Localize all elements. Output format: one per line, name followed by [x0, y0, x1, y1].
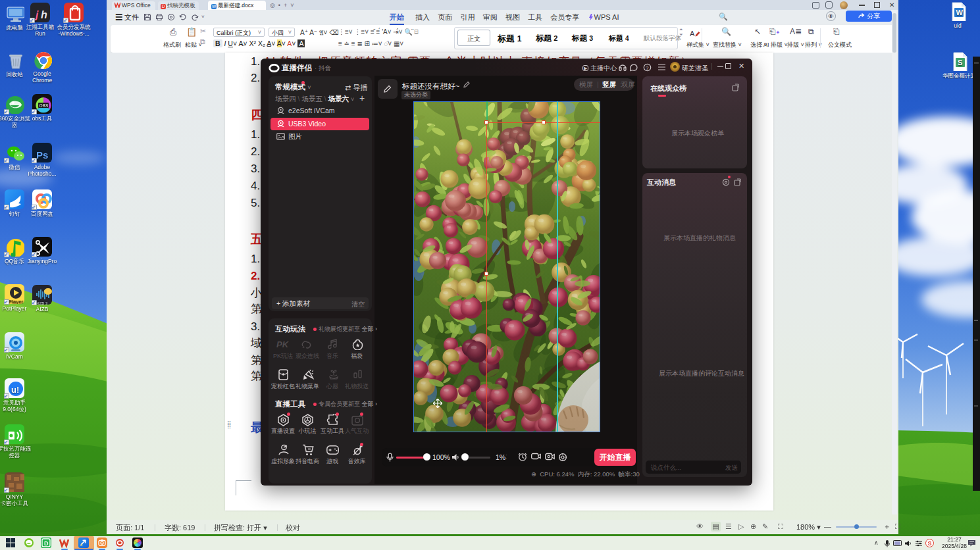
svg-text:Player: Player	[9, 299, 24, 304]
svg-text:j: j	[34, 9, 39, 20]
svg-text:D: D	[44, 540, 49, 547]
svg-text:u!: u!	[11, 385, 19, 395]
svg-text:AIZB 3: AIZB 3	[36, 301, 48, 305]
svg-text:W: W	[956, 9, 964, 16]
svg-text:A: A	[690, 30, 695, 38]
svg-text:?: ?	[646, 65, 649, 71]
svg-text:S: S	[958, 59, 962, 66]
svg-text:h: h	[41, 9, 47, 20]
svg-text:OBS: OBS	[39, 103, 49, 108]
svg-text:Ps: Ps	[36, 149, 48, 161]
